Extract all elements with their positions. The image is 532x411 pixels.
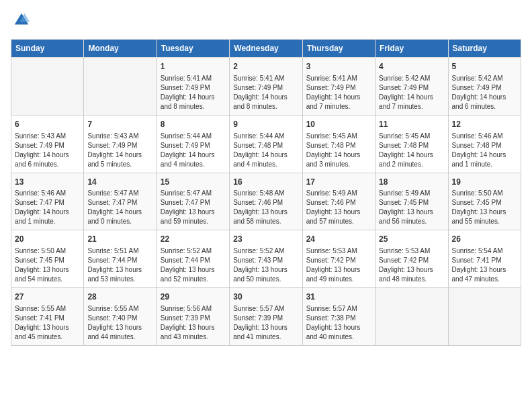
day-info: Sunrise: 5:50 AMSunset: 7:45 PMDaylight:…	[452, 189, 517, 226]
day-info: Sunrise: 5:47 AMSunset: 7:47 PMDaylight:…	[161, 189, 226, 226]
calendar-cell: 12Sunrise: 5:46 AMSunset: 7:48 PMDayligh…	[448, 115, 521, 173]
calendar-week-row: 1Sunrise: 5:41 AMSunset: 7:49 PMDaylight…	[11, 58, 521, 116]
calendar-cell: 10Sunrise: 5:45 AMSunset: 7:48 PMDayligh…	[302, 115, 375, 173]
logo	[11, 11, 31, 32]
day-number: 6	[15, 119, 80, 130]
day-number: 26	[452, 234, 517, 245]
weekday-header: Monday	[84, 40, 157, 58]
day-number: 7	[87, 119, 152, 130]
day-number: 21	[87, 234, 152, 245]
day-info: Sunrise: 5:45 AMSunset: 7:48 PMDaylight:…	[306, 132, 371, 169]
weekday-header: Tuesday	[157, 40, 229, 58]
day-number: 2	[233, 61, 298, 73]
day-info: Sunrise: 5:52 AMSunset: 7:44 PMDaylight:…	[161, 246, 226, 284]
day-info: Sunrise: 5:43 AMSunset: 7:49 PMDaylight:…	[87, 132, 152, 169]
day-number: 19	[452, 177, 517, 188]
day-number: 17	[306, 177, 371, 188]
day-number: 23	[233, 234, 298, 245]
calendar-cell: 13Sunrise: 5:46 AMSunset: 7:47 PMDayligh…	[11, 173, 84, 230]
calendar-cell: 16Sunrise: 5:48 AMSunset: 7:46 PMDayligh…	[230, 173, 302, 230]
day-number: 12	[452, 119, 517, 130]
calendar-cell: 11Sunrise: 5:45 AMSunset: 7:48 PMDayligh…	[375, 115, 448, 173]
day-info: Sunrise: 5:45 AMSunset: 7:48 PMDaylight:…	[379, 132, 444, 169]
calendar-cell: 7Sunrise: 5:43 AMSunset: 7:49 PMDaylight…	[84, 115, 157, 173]
day-number: 5	[452, 61, 517, 73]
weekday-header: Sunday	[11, 40, 84, 58]
calendar-cell: 15Sunrise: 5:47 AMSunset: 7:47 PMDayligh…	[157, 173, 229, 230]
day-info: Sunrise: 5:55 AMSunset: 7:40 PMDaylight:…	[87, 304, 152, 342]
day-number: 24	[306, 234, 371, 245]
calendar-cell	[84, 58, 157, 116]
calendar-cell: 31Sunrise: 5:57 AMSunset: 7:38 PMDayligh…	[302, 288, 375, 346]
day-info: Sunrise: 5:57 AMSunset: 7:38 PMDaylight:…	[306, 304, 371, 342]
calendar-cell: 21Sunrise: 5:51 AMSunset: 7:44 PMDayligh…	[84, 230, 157, 288]
day-info: Sunrise: 5:54 AMSunset: 7:41 PMDaylight:…	[452, 246, 517, 284]
day-info: Sunrise: 5:46 AMSunset: 7:47 PMDaylight:…	[15, 189, 80, 226]
day-number: 9	[233, 119, 298, 130]
page-header	[11, 11, 521, 32]
calendar-cell: 28Sunrise: 5:55 AMSunset: 7:40 PMDayligh…	[84, 288, 157, 346]
day-number: 15	[161, 177, 226, 188]
day-number: 3	[306, 61, 371, 73]
day-number: 1	[161, 61, 226, 73]
calendar-week-row: 20Sunrise: 5:50 AMSunset: 7:45 PMDayligh…	[11, 230, 521, 288]
day-number: 22	[161, 234, 226, 245]
calendar-cell: 2Sunrise: 5:41 AMSunset: 7:49 PMDaylight…	[230, 58, 302, 116]
calendar-cell: 22Sunrise: 5:52 AMSunset: 7:44 PMDayligh…	[157, 230, 229, 288]
calendar-table: SundayMondayTuesdayWednesdayThursdayFrid…	[11, 39, 521, 346]
day-info: Sunrise: 5:53 AMSunset: 7:42 PMDaylight:…	[306, 246, 371, 284]
calendar-cell: 30Sunrise: 5:57 AMSunset: 7:39 PMDayligh…	[230, 288, 302, 346]
day-info: Sunrise: 5:56 AMSunset: 7:39 PMDaylight:…	[161, 304, 226, 342]
weekday-header: Saturday	[448, 40, 521, 58]
day-number: 30	[233, 291, 298, 303]
day-info: Sunrise: 5:43 AMSunset: 7:49 PMDaylight:…	[15, 132, 80, 169]
calendar-cell: 20Sunrise: 5:50 AMSunset: 7:45 PMDayligh…	[11, 230, 84, 288]
day-number: 10	[306, 119, 371, 130]
day-info: Sunrise: 5:50 AMSunset: 7:45 PMDaylight:…	[15, 246, 80, 284]
calendar-cell	[11, 58, 84, 116]
day-info: Sunrise: 5:49 AMSunset: 7:45 PMDaylight:…	[379, 189, 444, 226]
day-number: 25	[379, 234, 444, 245]
calendar-cell	[375, 288, 448, 346]
day-info: Sunrise: 5:42 AMSunset: 7:49 PMDaylight:…	[452, 74, 517, 111]
calendar-cell: 25Sunrise: 5:53 AMSunset: 7:42 PMDayligh…	[375, 230, 448, 288]
day-number: 31	[306, 291, 371, 303]
day-number: 14	[87, 177, 152, 188]
calendar-week-row: 27Sunrise: 5:55 AMSunset: 7:41 PMDayligh…	[11, 288, 521, 346]
day-number: 8	[161, 119, 226, 130]
calendar-cell: 19Sunrise: 5:50 AMSunset: 7:45 PMDayligh…	[448, 173, 521, 230]
day-info: Sunrise: 5:57 AMSunset: 7:39 PMDaylight:…	[233, 304, 298, 342]
calendar-cell: 1Sunrise: 5:41 AMSunset: 7:49 PMDaylight…	[157, 58, 229, 116]
calendar-cell: 26Sunrise: 5:54 AMSunset: 7:41 PMDayligh…	[448, 230, 521, 288]
day-info: Sunrise: 5:51 AMSunset: 7:44 PMDaylight:…	[87, 246, 152, 284]
day-number: 11	[379, 119, 444, 130]
day-number: 16	[233, 177, 298, 188]
day-number: 13	[15, 177, 80, 188]
day-info: Sunrise: 5:52 AMSunset: 7:43 PMDaylight:…	[233, 246, 298, 284]
day-number: 29	[161, 291, 226, 303]
day-info: Sunrise: 5:53 AMSunset: 7:42 PMDaylight:…	[379, 246, 444, 284]
calendar-cell: 18Sunrise: 5:49 AMSunset: 7:45 PMDayligh…	[375, 173, 448, 230]
day-number: 27	[15, 291, 80, 303]
calendar-week-row: 6Sunrise: 5:43 AMSunset: 7:49 PMDaylight…	[11, 115, 521, 173]
calendar-cell: 23Sunrise: 5:52 AMSunset: 7:43 PMDayligh…	[230, 230, 302, 288]
day-number: 20	[15, 234, 80, 245]
day-info: Sunrise: 5:55 AMSunset: 7:41 PMDaylight:…	[15, 304, 80, 342]
calendar-cell: 24Sunrise: 5:53 AMSunset: 7:42 PMDayligh…	[302, 230, 375, 288]
calendar-cell: 17Sunrise: 5:49 AMSunset: 7:46 PMDayligh…	[302, 173, 375, 230]
calendar-cell: 3Sunrise: 5:41 AMSunset: 7:49 PMDaylight…	[302, 58, 375, 116]
day-info: Sunrise: 5:48 AMSunset: 7:46 PMDaylight:…	[233, 189, 298, 226]
calendar-cell: 14Sunrise: 5:47 AMSunset: 7:47 PMDayligh…	[84, 173, 157, 230]
calendar-cell: 27Sunrise: 5:55 AMSunset: 7:41 PMDayligh…	[11, 288, 84, 346]
calendar-cell: 6Sunrise: 5:43 AMSunset: 7:49 PMDaylight…	[11, 115, 84, 173]
day-info: Sunrise: 5:44 AMSunset: 7:49 PMDaylight:…	[161, 132, 226, 169]
calendar-cell	[448, 288, 521, 346]
day-info: Sunrise: 5:49 AMSunset: 7:46 PMDaylight:…	[306, 189, 371, 226]
calendar-cell: 4Sunrise: 5:42 AMSunset: 7:49 PMDaylight…	[375, 58, 448, 116]
calendar-cell: 8Sunrise: 5:44 AMSunset: 7:49 PMDaylight…	[157, 115, 229, 173]
day-info: Sunrise: 5:41 AMSunset: 7:49 PMDaylight:…	[233, 74, 298, 111]
day-number: 28	[87, 291, 152, 303]
day-number: 18	[379, 177, 444, 188]
day-info: Sunrise: 5:41 AMSunset: 7:49 PMDaylight:…	[306, 74, 371, 111]
weekday-header: Friday	[375, 40, 448, 58]
